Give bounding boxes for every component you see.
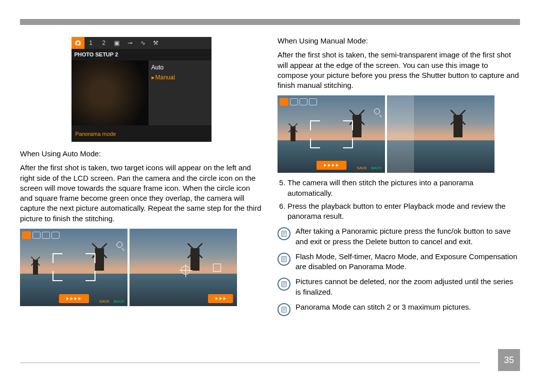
direction-indicator — [208, 294, 233, 303]
note-3: Pictures cannot be deleted, nor the zoom… — [278, 277, 520, 297]
zoom-icon — [116, 242, 122, 248]
heading-auto-mode: When Using Auto Mode: — [20, 149, 262, 159]
right-column: When Using Manual Mode: After the first … — [278, 34, 520, 321]
numbered-steps: The camera will then stitch the pictures… — [278, 178, 520, 221]
body-auto-mode: After the first shot is taken, two targe… — [20, 163, 262, 224]
note-2-text: Flash Mode, Self-timer, Macro Mode, and … — [296, 252, 520, 272]
left-column: 1 2 ▣ ⊸ ∿ ⚒ PHOTO SETUP 2 Auto Manual Pa… — [20, 34, 262, 321]
content-columns: 1 2 ▣ ⊸ ∿ ⚒ PHOTO SETUP 2 Auto Manual Pa… — [20, 34, 520, 321]
note-icon — [278, 227, 290, 240]
save-label: SAVE — [99, 299, 110, 304]
menu-tab-video-icon: ▣ — [110, 39, 124, 47]
ghost-overlay — [387, 95, 414, 173]
direction-indicator — [316, 161, 346, 170]
menu-option-auto: Auto — [152, 62, 208, 72]
note-4: Panorama Mode can stitch 2 or 3 maximum … — [278, 302, 520, 316]
note-icon — [278, 253, 290, 266]
step-5: The camera will then stitch the pictures… — [288, 178, 520, 198]
heading-manual-mode: When Using Manual Mode: — [278, 36, 520, 46]
menu-tab-wave-icon: ∿ — [136, 39, 150, 47]
hud-icon — [42, 232, 50, 239]
footer-rule — [20, 363, 480, 363]
hud-icon — [32, 232, 40, 239]
target-square-icon — [213, 264, 221, 272]
direction-indicator — [59, 294, 89, 303]
note-2: Flash Mode, Self-timer, Macro Mode, and … — [278, 252, 520, 272]
note-3-text: Pictures cannot be deleted, nor the zoom… — [296, 277, 520, 297]
manual-preview-2 — [387, 95, 494, 173]
hud-icon — [300, 98, 308, 105]
step-6: Press the playback button to enter Playb… — [288, 201, 520, 222]
svg-rect-2 — [76, 40, 79, 42]
menu-mode-label: Panorama mode — [76, 130, 116, 138]
menu-title: PHOTO SETUP 2 — [72, 49, 212, 60]
menu-preview-image — [72, 60, 148, 125]
auto-mode-preview-pair: SAVE BACK — [20, 229, 262, 306]
menu-option-manual: Manual — [152, 72, 208, 82]
body-manual-mode: After the first shot is taken, the semi-… — [278, 50, 520, 90]
hud-icon — [309, 98, 317, 105]
save-label: SAVE — [356, 166, 367, 170]
menu-tab-settings-icon: ⊸ — [124, 39, 136, 47]
manual-mode-preview-pair: SAVE BACK — [278, 95, 520, 173]
note-1-text: After taking a Panoramic picture press t… — [296, 226, 520, 247]
note-4-text: Panorama Mode can stitch 2 or 3 maximum … — [296, 302, 471, 312]
menu-tab-tool-icon: ⚒ — [150, 39, 162, 47]
header-bar — [20, 19, 520, 25]
hud-icon — [290, 98, 298, 105]
panorama-mode-icon — [280, 98, 288, 106]
hud-icon — [52, 232, 60, 239]
svg-point-1 — [76, 42, 79, 44]
menu-tab-2: 2 — [98, 39, 110, 47]
back-label: BACK — [114, 299, 124, 304]
auto-preview-1: SAVE BACK — [20, 229, 128, 306]
camera-menu-screenshot: 1 2 ▣ ⊸ ∿ ⚒ PHOTO SETUP 2 Auto Manual Pa… — [72, 37, 212, 142]
back-label: BACK — [371, 166, 382, 170]
menu-tab-1: 1 — [84, 39, 98, 47]
auto-preview-2 — [130, 229, 237, 306]
note-icon — [278, 303, 290, 316]
manual-preview-1: SAVE BACK — [278, 95, 385, 173]
page-number: 35 — [498, 349, 520, 371]
note-icon — [278, 278, 290, 291]
menu-tab-active-icon — [72, 37, 84, 49]
panorama-mode-icon — [22, 231, 31, 239]
note-1: After taking a Panoramic picture press t… — [278, 226, 520, 247]
